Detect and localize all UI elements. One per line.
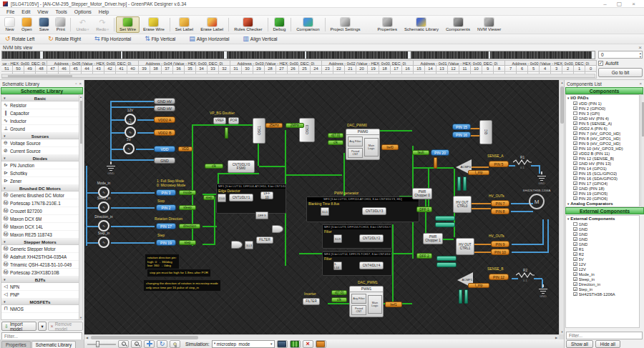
checkbox[interactable]: ✓ <box>573 267 577 272</box>
checkbox[interactable] <box>573 111 577 116</box>
net-label-step[interactable]: step <box>179 240 196 245</box>
checkbox[interactable]: ✓ <box>573 166 577 171</box>
expander-icon[interactable]: ▾ <box>567 96 569 100</box>
component-gnd[interactable]: ✓GND <box>566 227 639 232</box>
resistor-r2[interactable]: R20.1 <box>515 269 535 282</box>
scroll-down-icon[interactable]: ▼ <box>79 316 82 319</box>
block-hv-out-ctrl1[interactable]: HV OUT CTRL1 <box>456 238 474 255</box>
autofit-checkbox[interactable]: ✓ <box>598 61 603 66</box>
chart-button[interactable] <box>290 340 301 348</box>
pad-vdd2-a[interactable]: VDD2 A <box>154 116 175 123</box>
toolbar-align-vertical[interactable]: ▥Align Vertical <box>240 35 280 43</box>
checkbox[interactable]: ✓ <box>573 126 577 131</box>
canvas-vscrollbar[interactable]: ▲ ▼ <box>559 80 564 334</box>
vertical-chip[interactable] <box>225 127 228 139</box>
toolbar-erase-wire[interactable]: Erase Wire <box>140 16 168 33</box>
logic-gate[interactable] <box>231 241 243 249</box>
toolbar-flip-vertical[interactable]: ⇅Flip Vertical <box>142 35 178 43</box>
net-label-dff-1[interactable]: DFF 1 <box>416 207 432 212</box>
source-12v[interactable]: ∿ <box>125 126 136 138</box>
checkbox[interactable]: ✓ <box>573 121 577 126</box>
net-label-clk[interactable]: clk <box>205 164 223 169</box>
checkbox[interactable]: ✓ <box>573 192 577 196</box>
toolbar-comparison[interactable]: Comparison <box>293 16 323 33</box>
component-pin-2-gpio0[interactable]: ✓PIN 2 (GPIO0) <box>566 106 639 111</box>
pad-pin-10[interactable]: PIN 10 <box>491 249 509 255</box>
pad-pin-8[interactable]: PIN 8 <box>491 208 509 214</box>
schematic-canvas[interactable]: MF1 [3-bit LUT10, DFF10/LATCH10, 8-bit C… <box>84 80 559 334</box>
block-pwr-chopper-1[interactable]: PWR Chopper 1 <box>423 233 443 244</box>
menu-options[interactable]: Options <box>71 9 95 14</box>
library-item-resistor[interactable]: ∿Resistor <box>1 101 79 109</box>
pad-pin-9[interactable]: PIN 9 <box>491 241 509 247</box>
component-direction-in[interactable]: ✓Direction_in <box>566 282 639 287</box>
zoom-slider[interactable] <box>87 341 116 347</box>
library-item-maxon-re25-118743[interactable]: ⓂMaxon RE25 118743 <box>1 231 79 239</box>
pad-gnd[interactable]: GND <box>154 157 175 164</box>
checkbox[interactable]: ✓ <box>573 232 577 237</box>
expander-icon[interactable]: ▾ <box>1 278 8 282</box>
component-pin-9-hv-gpo2-hd[interactable]: ✓PIN 9 (HV_GPO2_HD) <box>566 141 639 146</box>
component-vdd2-b-pin-11[interactable]: ✓VDD2 B (PIN 11) <box>566 151 639 156</box>
toolbar-align-horizontal[interactable]: ▤Align Horizontal <box>186 35 232 43</box>
component-gnd-pin-18[interactable]: ✓GND (PIN 18) <box>566 186 639 191</box>
component-12v[interactable]: ✓12V <box>566 262 639 267</box>
block-pwm1[interactable]: PWM1Avg FilterPeriod CNTMain Logic <box>349 286 384 317</box>
net-label-x[interactable] <box>435 222 455 227</box>
minimize-button[interactable]: – <box>603 1 606 7</box>
checkbox[interactable]: ✓ <box>573 131 577 136</box>
import-model-button[interactable]: ⇩ Import model <box>1 322 36 331</box>
checkbox[interactable]: ✓ <box>573 171 577 176</box>
components-scrollbar[interactable] <box>640 94 644 207</box>
source-5v[interactable]: ∿ <box>123 143 135 154</box>
vertical-chip[interactable] <box>457 177 461 191</box>
library-item-ground[interactable]: ⊥Ground <box>1 125 79 133</box>
lut-3-l14[interactable]: 3-L14 <box>333 262 342 270</box>
component-sleep-in[interactable]: ✓Sleep_in <box>566 277 639 282</box>
expander-icon[interactable]: ▾ <box>1 156 8 160</box>
import-model-dropdown[interactable]: ▾ <box>38 322 46 331</box>
component-gnd[interactable]: ✓GND <box>566 242 639 247</box>
pan-button[interactable] <box>144 340 155 348</box>
pad-pin-12[interactable]: PIN 12 <box>489 274 509 280</box>
net-label-mode[interactable]: mode <box>179 190 196 195</box>
menu-view[interactable]: View <box>34 9 52 14</box>
toolbar-rotate-right[interactable]: ↻Rotate Right <box>45 35 84 43</box>
vertical-chip[interactable] <box>464 289 468 304</box>
checkbox[interactable]: ✓ <box>573 292 577 297</box>
lut-3-l9[interactable]: 3-L9 <box>333 234 342 243</box>
block-osc0[interactable]: OSC0 <box>299 118 315 142</box>
pad-pin-2[interactable]: PIN 2 <box>156 204 176 211</box>
pad-pin-3[interactable]: PIN 3 <box>156 189 176 196</box>
block-pwm0[interactable]: PWM0Avg FilterPeriod CNTMain Logic <box>346 129 380 160</box>
checkbox[interactable]: ✓ <box>573 197 577 201</box>
checkbox[interactable]: ✓ <box>573 151 577 156</box>
go-to-bit-button[interactable]: Go to bit <box>598 68 643 77</box>
net-label-d-7-0[interactable]: d[7:0] <box>331 290 347 295</box>
net-label-sleep[interactable]: sleep <box>179 205 196 210</box>
library-item-maxon-dcx-14l[interactable]: ⓂMaxon DCX 14L <box>1 223 79 231</box>
toolbar-components[interactable]: Components <box>442 16 474 33</box>
toolbar-new[interactable]: New <box>1 16 18 33</box>
library-section-stepper-motors[interactable]: ▾Stepper Motors <box>1 239 79 245</box>
library-item-crouzet-827200[interactable]: ⓂCrouzet 827200 <box>1 207 79 215</box>
component-vdd-pin-1[interactable]: ✓VDD (PIN 1) <box>566 101 639 106</box>
block-cnt1-dly1[interactable]: CNT1/DLY1 <box>229 194 253 202</box>
block-pwr-chopper-0[interactable]: PWR Chopper 0 <box>412 188 432 199</box>
stepper-motor-sh42sth38-1206a[interactable]: SH42STH38-1206AM <box>517 189 557 209</box>
component-pin-15-scl-gpio2[interactable]: ✓PIN 15 (SCL/GPIO2) <box>566 171 639 176</box>
components-filter-input[interactable] <box>566 332 643 339</box>
net-label-dff-2[interactable]: DFF 2 <box>416 253 432 259</box>
library-item-pn-junction[interactable]: ⊳PN Junction <box>1 161 79 169</box>
checkbox[interactable]: ✓ <box>573 101 577 106</box>
checkbox[interactable]: ✓ <box>573 177 577 181</box>
checkbox[interactable]: ✓ <box>573 187 577 191</box>
library-item-portescap-17n78-210e-1[interactable]: ⓂPortescap 17N78-210E.1 <box>1 199 79 207</box>
scroll-up-icon[interactable]: ▲ <box>79 95 82 99</box>
toolbar-project-settings[interactable]: Project Settings <box>327 16 364 33</box>
pad-pin-17[interactable]: PIN 17 <box>156 223 176 229</box>
vertical-chip[interactable] <box>434 157 437 169</box>
nvm-scrollbar[interactable] <box>1 74 595 78</box>
component-gnd[interactable]: ✓GND <box>566 237 639 242</box>
source-sleep-in[interactable]: ∿ <box>98 202 109 213</box>
